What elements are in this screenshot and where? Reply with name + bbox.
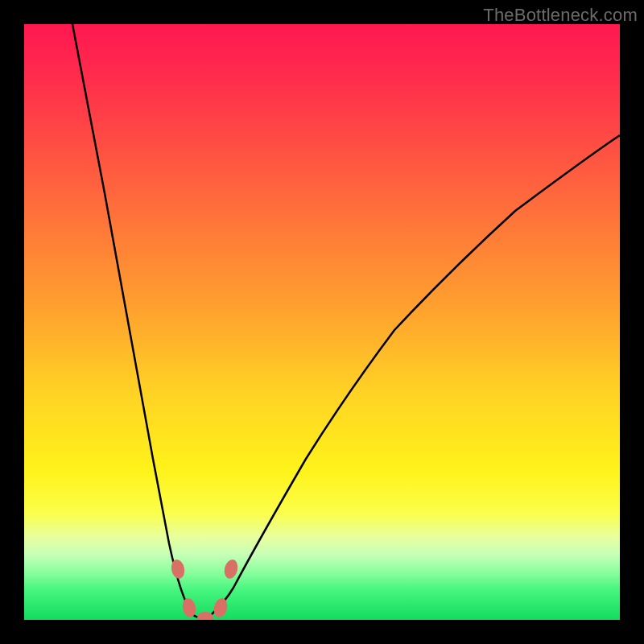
marker-right-lower xyxy=(212,597,229,618)
watermark-text: TheBottleneck.com xyxy=(483,5,638,26)
marker-right-upper xyxy=(222,558,239,580)
outer-frame: TheBottleneck.com xyxy=(0,0,644,644)
plot-area xyxy=(24,24,620,620)
bottleneck-curve-right xyxy=(201,135,620,617)
chart-svg xyxy=(24,24,620,620)
marker-left-upper xyxy=(170,559,187,580)
marker-bottom xyxy=(197,612,213,620)
bottleneck-curve-left xyxy=(72,24,201,617)
